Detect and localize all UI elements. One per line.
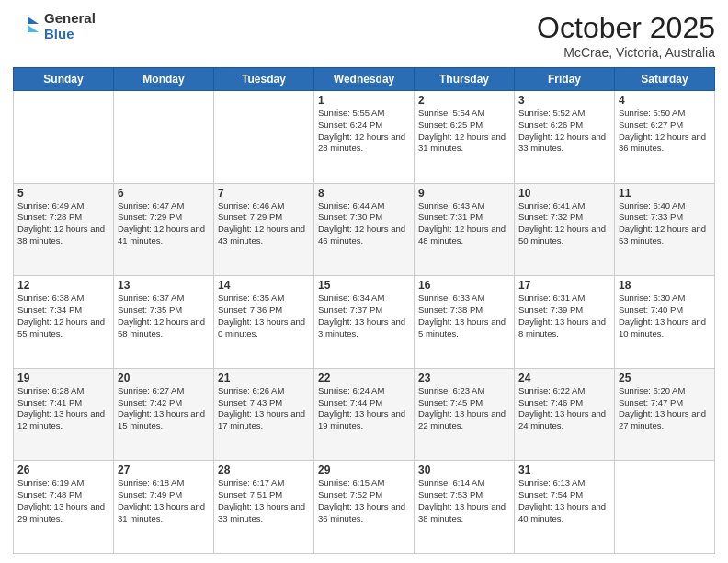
calendar-cell (114, 91, 214, 184)
col-header-wednesday: Wednesday (314, 68, 415, 91)
calendar-cell: 2Sunrise: 5:54 AM Sunset: 6:25 PM Daylig… (415, 91, 515, 184)
cell-info: Sunrise: 6:34 AM Sunset: 7:37 PM Dayligh… (318, 293, 410, 339)
logo-blue-text: Blue (44, 27, 96, 42)
cell-info: Sunrise: 6:27 AM Sunset: 7:42 PM Dayligh… (118, 385, 210, 432)
cell-info: Sunrise: 6:19 AM Sunset: 7:48 PM Dayligh… (17, 477, 109, 524)
day-number: 23 (418, 372, 510, 385)
cell-info: Sunrise: 5:52 AM Sunset: 6:26 PM Dayligh… (518, 108, 610, 155)
calendar-week-2: 12Sunrise: 6:38 AM Sunset: 7:34 PM Dayli… (14, 276, 715, 369)
calendar-cell: 18Sunrise: 6:30 AM Sunset: 7:40 PM Dayli… (615, 276, 715, 369)
calendar-cell: 19Sunrise: 6:28 AM Sunset: 7:41 PM Dayli… (14, 368, 114, 461)
cell-info: Sunrise: 6:26 AM Sunset: 7:43 PM Dayligh… (218, 385, 310, 432)
day-number: 4 (619, 94, 711, 107)
calendar-cell: 3Sunrise: 5:52 AM Sunset: 6:26 PM Daylig… (515, 91, 615, 184)
calendar-cell: 11Sunrise: 6:40 AM Sunset: 7:33 PM Dayli… (615, 183, 715, 276)
calendar-cell: 27Sunrise: 6:18 AM Sunset: 7:49 PM Dayli… (114, 461, 214, 554)
cell-info: Sunrise: 6:38 AM Sunset: 7:34 PM Dayligh… (17, 293, 109, 339)
cell-info: Sunrise: 6:13 AM Sunset: 7:54 PM Dayligh… (518, 477, 610, 524)
calendar-cell: 22Sunrise: 6:24 AM Sunset: 7:44 PM Dayli… (314, 368, 415, 461)
day-number: 2 (418, 94, 510, 107)
cell-info: Sunrise: 6:17 AM Sunset: 7:51 PM Dayligh… (218, 477, 310, 524)
header: General Blue October 2025 McCrae, Victor… (13, 11, 715, 60)
day-number: 6 (118, 187, 210, 200)
cell-info: Sunrise: 6:46 AM Sunset: 7:29 PM Dayligh… (218, 201, 310, 247)
col-header-saturday: Saturday (615, 68, 715, 91)
cell-info: Sunrise: 6:33 AM Sunset: 7:38 PM Dayligh… (418, 293, 510, 339)
day-number: 14 (218, 279, 310, 292)
col-header-thursday: Thursday (415, 68, 515, 91)
calendar-cell: 24Sunrise: 6:22 AM Sunset: 7:46 PM Dayli… (515, 368, 615, 461)
calendar-cell: 9Sunrise: 6:43 AM Sunset: 7:31 PM Daylig… (415, 183, 515, 276)
calendar-cell: 5Sunrise: 6:49 AM Sunset: 7:28 PM Daylig… (14, 183, 114, 276)
day-number: 30 (418, 464, 510, 477)
day-number: 31 (518, 464, 610, 477)
cell-info: Sunrise: 6:49 AM Sunset: 7:28 PM Dayligh… (17, 201, 109, 247)
calendar-week-3: 19Sunrise: 6:28 AM Sunset: 7:41 PM Dayli… (14, 368, 715, 461)
day-number: 11 (619, 187, 711, 200)
cell-info: Sunrise: 5:50 AM Sunset: 6:27 PM Dayligh… (619, 108, 711, 155)
cell-info: Sunrise: 6:47 AM Sunset: 7:29 PM Dayligh… (118, 201, 210, 247)
day-number: 27 (118, 464, 210, 477)
svg-rect-0 (13, 13, 40, 40)
cell-info: Sunrise: 6:37 AM Sunset: 7:35 PM Dayligh… (118, 293, 210, 339)
calendar-cell: 16Sunrise: 6:33 AM Sunset: 7:38 PM Dayli… (415, 276, 515, 369)
cell-info: Sunrise: 5:54 AM Sunset: 6:25 PM Dayligh… (418, 108, 510, 155)
calendar-cell: 20Sunrise: 6:27 AM Sunset: 7:42 PM Dayli… (114, 368, 214, 461)
day-number: 21 (218, 372, 310, 385)
cell-info: Sunrise: 6:28 AM Sunset: 7:41 PM Dayligh… (17, 385, 109, 432)
col-header-sunday: Sunday (14, 68, 114, 91)
col-header-monday: Monday (114, 68, 214, 91)
calendar-cell: 6Sunrise: 6:47 AM Sunset: 7:29 PM Daylig… (114, 183, 214, 276)
cell-info: Sunrise: 6:23 AM Sunset: 7:45 PM Dayligh… (418, 385, 510, 432)
day-number: 24 (518, 372, 610, 385)
cell-info: Sunrise: 6:31 AM Sunset: 7:39 PM Dayligh… (518, 293, 610, 339)
calendar-cell: 28Sunrise: 6:17 AM Sunset: 7:51 PM Dayli… (214, 461, 314, 554)
cell-info: Sunrise: 5:55 AM Sunset: 6:24 PM Dayligh… (318, 108, 410, 155)
logo-icon (13, 13, 40, 40)
day-number: 22 (318, 372, 410, 385)
calendar-cell: 29Sunrise: 6:15 AM Sunset: 7:52 PM Dayli… (314, 461, 415, 554)
calendar-week-0: 1Sunrise: 5:55 AM Sunset: 6:24 PM Daylig… (14, 91, 715, 184)
day-number: 5 (17, 187, 109, 200)
day-number: 20 (118, 372, 210, 385)
day-number: 26 (17, 464, 109, 477)
day-number: 13 (118, 279, 210, 292)
day-number: 12 (17, 279, 109, 292)
calendar-week-1: 5Sunrise: 6:49 AM Sunset: 7:28 PM Daylig… (14, 183, 715, 276)
day-number: 25 (619, 372, 711, 385)
calendar-cell: 25Sunrise: 6:20 AM Sunset: 7:47 PM Dayli… (615, 368, 715, 461)
cell-info: Sunrise: 6:30 AM Sunset: 7:40 PM Dayligh… (619, 293, 711, 339)
col-header-tuesday: Tuesday (214, 68, 314, 91)
day-number: 17 (518, 279, 610, 292)
cell-info: Sunrise: 6:20 AM Sunset: 7:47 PM Dayligh… (619, 385, 711, 432)
cell-info: Sunrise: 6:22 AM Sunset: 7:46 PM Dayligh… (518, 385, 610, 432)
col-header-friday: Friday (515, 68, 615, 91)
location: McCrae, Victoria, Australia (537, 45, 715, 60)
day-number: 9 (418, 187, 510, 200)
day-number: 8 (318, 187, 410, 200)
month-title: October 2025 (537, 11, 715, 45)
day-number: 19 (17, 372, 109, 385)
calendar-cell: 4Sunrise: 5:50 AM Sunset: 6:27 PM Daylig… (615, 91, 715, 184)
calendar-cell: 10Sunrise: 6:41 AM Sunset: 7:32 PM Dayli… (515, 183, 615, 276)
calendar-cell: 7Sunrise: 6:46 AM Sunset: 7:29 PM Daylig… (214, 183, 314, 276)
day-number: 18 (619, 279, 711, 292)
calendar-cell: 1Sunrise: 5:55 AM Sunset: 6:24 PM Daylig… (314, 91, 415, 184)
calendar-cell: 12Sunrise: 6:38 AM Sunset: 7:34 PM Dayli… (14, 276, 114, 369)
day-number: 10 (518, 187, 610, 200)
day-number: 1 (318, 94, 410, 107)
logo-general-text: General (44, 11, 96, 27)
day-number: 16 (418, 279, 510, 292)
calendar-cell: 8Sunrise: 6:44 AM Sunset: 7:30 PM Daylig… (314, 183, 415, 276)
logo: General Blue (13, 11, 96, 41)
calendar-cell: 21Sunrise: 6:26 AM Sunset: 7:43 PM Dayli… (214, 368, 314, 461)
day-number: 15 (318, 279, 410, 292)
cell-info: Sunrise: 6:35 AM Sunset: 7:36 PM Dayligh… (218, 293, 310, 339)
day-number: 7 (218, 187, 310, 200)
calendar-cell (14, 91, 114, 184)
day-number: 29 (318, 464, 410, 477)
calendar-cell: 30Sunrise: 6:14 AM Sunset: 7:53 PM Dayli… (415, 461, 515, 554)
cell-info: Sunrise: 6:24 AM Sunset: 7:44 PM Dayligh… (318, 385, 410, 432)
calendar-week-4: 26Sunrise: 6:19 AM Sunset: 7:48 PM Dayli… (14, 461, 715, 554)
calendar-cell: 15Sunrise: 6:34 AM Sunset: 7:37 PM Dayli… (314, 276, 415, 369)
